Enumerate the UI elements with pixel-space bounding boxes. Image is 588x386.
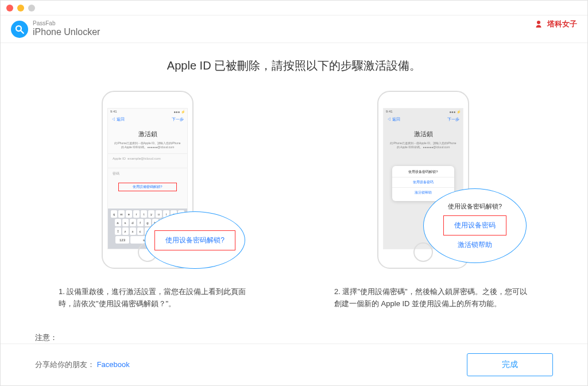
key-icon: q xyxy=(111,210,117,218)
key-icon: y xyxy=(148,210,154,218)
step-2: 9:41●●● ⚡ ◁ 返回下一步 激活鎖 此iPhone已連接到一個Apple… xyxy=(328,91,535,310)
step-1: 9:41●●● ⚡ ◁ 返回下一步 激活鎖 此iPhone已連接到一個Apple… xyxy=(53,91,260,310)
key-icon: a xyxy=(115,219,121,226)
key-icon: z xyxy=(122,227,129,235)
notes: 注意： 如果沒有看到"使用設備密碼解鎖？"選項，請聯繫我們。 xyxy=(35,331,553,343)
key-icon: c xyxy=(137,227,144,235)
callout-bubble-2: 使用设备密码解锁? 使用设备密码 激活锁帮助 xyxy=(423,188,527,263)
steps-row: 9:41●●● ⚡ ◁ 返回下一步 激活鎖 此iPhone已連接到一個Apple… xyxy=(35,91,553,310)
page-title: Apple ID 已被刪除，請按照以下的步驟激活設備。 xyxy=(35,58,553,74)
brand-sub: PassFab xyxy=(33,21,100,26)
key-icon: w xyxy=(118,210,125,218)
footer: 分享給你的朋友： Facebook 完成 xyxy=(1,343,587,385)
svg-point-2 xyxy=(537,21,540,24)
key-icon: r xyxy=(133,210,140,218)
step-1-text: 1. 設備重啟後，進行激活設置，當您在設備上看到此頁面時，請依次"使用設備密碼解… xyxy=(53,286,260,310)
callout-title: 使用设备密码解锁? xyxy=(448,202,502,211)
done-button[interactable]: 完成 xyxy=(467,353,553,376)
share-facebook-link[interactable]: Facebook xyxy=(97,360,130,369)
app-logo-icon xyxy=(11,21,28,38)
key-icon: t xyxy=(141,210,147,218)
minimize-icon[interactable] xyxy=(17,5,24,11)
traffic-lights xyxy=(6,5,35,11)
key-icon: ⇧ xyxy=(115,227,121,235)
phone-illustration-1: 9:41●●● ⚡ ◁ 返回下一步 激活鎖 此iPhone已連接到一個Apple… xyxy=(102,91,211,275)
key-icon: d xyxy=(130,219,136,226)
unlock-link-highlight: 使用設備密碼解鎖? xyxy=(118,183,177,191)
header: PassFab iPhone Unlocker 塔科女子 xyxy=(1,16,587,43)
watermark-icon xyxy=(533,19,544,29)
key-icon: g xyxy=(145,219,151,226)
maximize-icon xyxy=(28,5,35,11)
key-icon: u xyxy=(156,210,162,218)
watermark: 塔科女子 xyxy=(533,19,577,29)
callout-help-link: 激活锁帮助 xyxy=(458,240,492,250)
phone-illustration-2: 9:41●●● ⚡ ◁ 返回下一步 激活鎖 此iPhone已連接到一個Apple… xyxy=(377,91,486,275)
callout-passcode-button: 使用设备密码 xyxy=(443,215,506,236)
share-label: 分享給你的朋友： xyxy=(35,360,95,369)
key-icon: f xyxy=(137,219,144,226)
step-2-text: 2. 選擇"使用設備密碼"，然後輸入鎖屏密碼。之後，您可以創建一個新的 Appl… xyxy=(328,286,535,310)
callout-unlock-button: 使用设备密码解锁? xyxy=(154,230,235,250)
close-icon[interactable] xyxy=(6,5,13,11)
key-icon: x xyxy=(130,227,136,235)
brand-main: iPhone Unlocker xyxy=(33,26,100,37)
brand-text: PassFab iPhone Unlocker xyxy=(33,21,100,37)
svg-line-1 xyxy=(21,30,24,33)
notes-label: 注意： xyxy=(35,331,553,343)
key-icon: s xyxy=(122,219,129,226)
key-icon: 123 xyxy=(115,236,129,244)
app-window: PassFab iPhone Unlocker 塔科女子 Apple ID 已被… xyxy=(0,0,588,386)
callout-bubble-1: 使用设备密码解锁? xyxy=(145,211,245,269)
titlebar xyxy=(1,1,587,16)
share-section: 分享給你的朋友： Facebook xyxy=(35,360,130,370)
content: Apple ID 已被刪除，請按照以下的步驟激活設備。 9:41●●● ⚡ ◁ … xyxy=(1,43,587,343)
key-icon: e xyxy=(126,210,132,218)
